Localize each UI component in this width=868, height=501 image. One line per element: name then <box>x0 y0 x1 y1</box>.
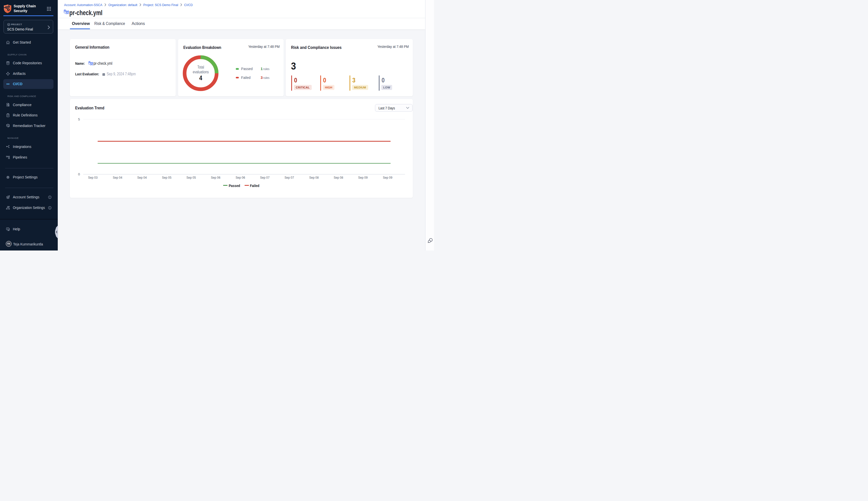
svg-text:?: ? <box>7 228 8 230</box>
